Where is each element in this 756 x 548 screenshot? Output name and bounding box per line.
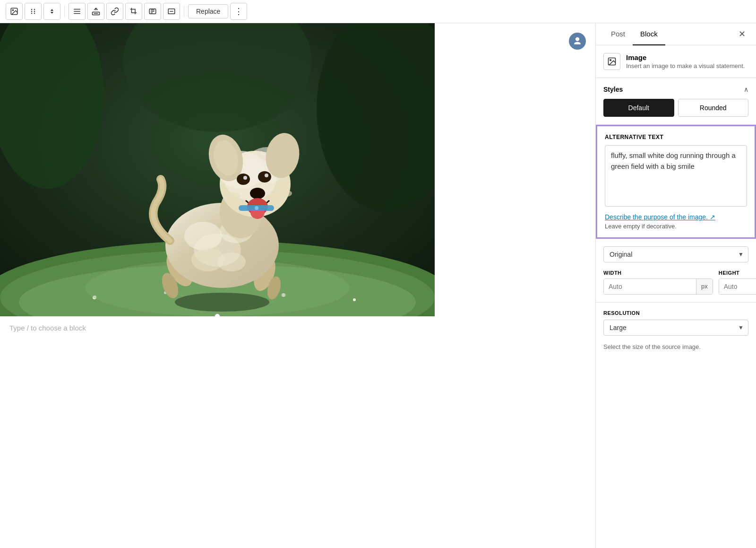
image-icon-btn[interactable] bbox=[6, 3, 23, 20]
editor-area: Type / to choose a block bbox=[0, 23, 595, 548]
style-buttons: Default Rounded bbox=[603, 99, 748, 117]
svg-point-7 bbox=[34, 13, 35, 14]
resolution-helper: Select the size of the source image. bbox=[603, 343, 748, 350]
aspect-ratio-select[interactable]: Original 16:9 4:3 1:1 3:4 9:16 bbox=[603, 246, 748, 262]
alt-text-helper: Leave empty if decorative. bbox=[605, 223, 747, 230]
sidebar-tab-bar: Post Block ✕ bbox=[596, 23, 756, 45]
resolution-label: RESOLUTION bbox=[603, 310, 748, 316]
block-info: Image Insert an image to make a visual s… bbox=[596, 45, 756, 78]
svg-point-3 bbox=[34, 9, 35, 10]
caption-btn[interactable] bbox=[87, 3, 104, 20]
styles-section: Styles ∧ Default Rounded bbox=[596, 78, 756, 125]
alt-text-section: ALTERNATIVE TEXT Describe the purpose of… bbox=[596, 125, 756, 239]
separator-1 bbox=[64, 6, 65, 17]
separator-2 bbox=[184, 6, 184, 17]
main-layout: Type / to choose a block Post Block ✕ bbox=[0, 23, 756, 548]
drag-handle-btn[interactable] bbox=[25, 3, 42, 20]
width-unit: px bbox=[696, 279, 713, 294]
dimensions-row: WIDTH px HEIGHT px bbox=[603, 270, 748, 295]
height-input-wrapper: px bbox=[719, 278, 756, 295]
sidebar: Post Block ✕ Image Insert an image to ma… bbox=[595, 23, 756, 548]
tab-post[interactable]: Post bbox=[603, 23, 633, 45]
svg-point-29 bbox=[353, 298, 356, 301]
width-label: WIDTH bbox=[603, 270, 713, 276]
alt-text-input[interactable] bbox=[605, 145, 747, 207]
expand-btn[interactable] bbox=[163, 3, 180, 20]
dimensions-section: Original 16:9 4:3 1:1 3:4 9:16 ▼ WIDTH p… bbox=[596, 239, 756, 303]
editor-placeholder: Type / to choose a block bbox=[0, 316, 595, 339]
height-label: HEIGHT bbox=[719, 270, 756, 276]
image-toolbar: Replace ⋮ bbox=[0, 0, 756, 23]
align-btn[interactable] bbox=[69, 3, 86, 20]
style-rounded-button[interactable]: Rounded bbox=[678, 99, 749, 117]
height-input[interactable] bbox=[719, 279, 756, 294]
replace-button[interactable]: Replace bbox=[188, 4, 228, 18]
svg-point-4 bbox=[31, 11, 32, 12]
resolution-section: RESOLUTION Thumbnail Medium Large Full S… bbox=[596, 303, 756, 358]
alt-text-btn[interactable] bbox=[144, 3, 161, 20]
width-input-wrapper: px bbox=[603, 278, 713, 295]
width-column: WIDTH px bbox=[603, 270, 713, 295]
svg-point-52 bbox=[243, 176, 247, 180]
resolution-select[interactable]: Thumbnail Medium Large Full Size bbox=[603, 320, 748, 336]
resolution-wrapper: Thumbnail Medium Large Full Size ▼ bbox=[603, 320, 748, 336]
crop-btn[interactable] bbox=[125, 3, 142, 20]
styles-title: Styles bbox=[603, 86, 623, 93]
styles-chevron[interactable]: ∧ bbox=[744, 86, 748, 93]
svg-point-53 bbox=[265, 174, 268, 177]
block-info-text: Image Insert an image to make a visual s… bbox=[626, 53, 745, 70]
block-icon bbox=[603, 53, 620, 70]
image-block[interactable] bbox=[0, 23, 435, 316]
move-btn[interactable] bbox=[43, 3, 60, 20]
svg-point-64 bbox=[610, 60, 611, 61]
block-title: Image bbox=[626, 53, 745, 61]
svg-point-61 bbox=[223, 192, 240, 200]
svg-point-50 bbox=[237, 174, 250, 185]
svg-point-31 bbox=[175, 293, 269, 312]
svg-point-41 bbox=[217, 252, 246, 271]
image-resize-handle[interactable] bbox=[215, 313, 220, 316]
width-input[interactable] bbox=[604, 279, 696, 294]
styles-section-header: Styles ∧ bbox=[603, 86, 748, 93]
aspect-ratio-wrapper: Original 16:9 4:3 1:1 3:4 9:16 ▼ bbox=[603, 246, 748, 262]
link-btn[interactable] bbox=[106, 3, 123, 20]
svg-point-51 bbox=[258, 171, 271, 183]
svg-point-54 bbox=[250, 188, 265, 199]
svg-point-62 bbox=[275, 190, 292, 197]
tab-block[interactable]: Block bbox=[633, 23, 665, 45]
svg-point-5 bbox=[34, 11, 35, 12]
svg-point-6 bbox=[31, 13, 32, 14]
svg-point-60 bbox=[255, 206, 258, 210]
height-column: HEIGHT px bbox=[719, 270, 756, 295]
more-options-button[interactable]: ⋮ bbox=[230, 3, 247, 20]
alt-text-link[interactable]: Describe the purpose of the image. ↗ bbox=[605, 213, 747, 221]
style-default-button[interactable]: Default bbox=[603, 99, 674, 117]
close-button[interactable]: ✕ bbox=[735, 27, 748, 41]
svg-point-2 bbox=[31, 9, 32, 10]
block-description: Insert an image to make a visual stateme… bbox=[626, 62, 745, 70]
alt-text-label: ALTERNATIVE TEXT bbox=[605, 134, 747, 140]
svg-point-1 bbox=[12, 9, 13, 10]
avatar[interactable] bbox=[569, 33, 586, 50]
